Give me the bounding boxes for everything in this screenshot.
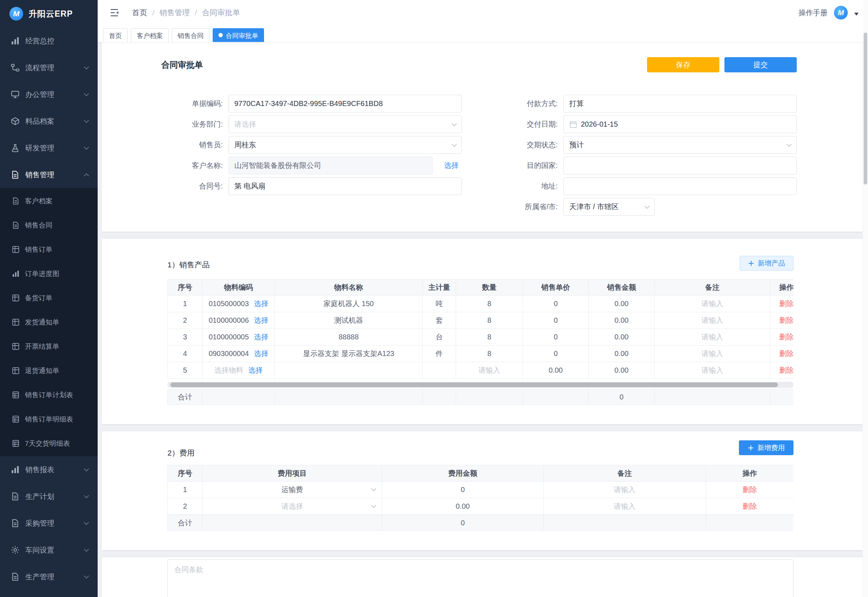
- qty-cell[interactable]: 8: [456, 296, 523, 312]
- horizontal-scrollbar-thumb[interactable]: [170, 382, 778, 387]
- sidebar-menu: 经营总控流程管理办公管理料品档案研发管理销售管理客户档案销售合同销售订单订单进度…: [0, 28, 98, 590]
- products-section-title: 1）销售产品: [167, 260, 210, 270]
- select-material-link[interactable]: 选择: [249, 366, 263, 374]
- manual-link[interactable]: 操作手册: [798, 8, 828, 18]
- avatar[interactable]: M: [834, 6, 848, 19]
- user-menu-caret-icon[interactable]: [854, 13, 859, 16]
- remark-cell[interactable]: 请输入: [655, 346, 770, 362]
- dest-country-input[interactable]: [563, 157, 797, 174]
- select-customer-link[interactable]: 选择: [444, 157, 459, 174]
- sidebar-subitem-sales-order-plan[interactable]: 销售订单计划表: [0, 383, 98, 407]
- remark-cell[interactable]: 请输入: [655, 312, 770, 329]
- form-row: 单据编码: 9770CA17-3497-4DB2-995E-B49E9CF61B…: [102, 95, 862, 113]
- delivery-date-input[interactable]: 2026-01-15: [563, 116, 797, 133]
- fee-amount-cell[interactable]: 0: [382, 481, 544, 498]
- active-tab-dot-icon: [218, 33, 223, 37]
- breadcrumb-item[interactable]: 首页: [132, 7, 147, 18]
- price-cell[interactable]: 0.00: [523, 362, 589, 379]
- price-cell[interactable]: 0: [523, 329, 589, 346]
- price-cell[interactable]: 0: [523, 346, 589, 362]
- payment-input[interactable]: 打算: [563, 95, 797, 113]
- tab-customer-archive[interactable]: 客户档案: [131, 28, 169, 42]
- tab-sales-contract[interactable]: 销售合同: [172, 28, 209, 42]
- fee-item-select-cell[interactable]: 运输费: [203, 481, 382, 498]
- remark-cell[interactable]: 请输入: [655, 329, 770, 346]
- qty-cell[interactable]: 8: [456, 346, 523, 362]
- select-material-link[interactable]: 选择: [254, 333, 268, 341]
- qty-value: 8: [487, 300, 491, 307]
- unit-cell: [423, 362, 456, 379]
- chevron-down-icon: [644, 203, 650, 208]
- page-title: 合同审批单: [161, 59, 203, 71]
- remark-cell[interactable]: 请输入: [655, 296, 770, 312]
- price-cell[interactable]: 0: [523, 296, 589, 312]
- sidebar-subitem-order-progress-chart[interactable]: 订单进度图: [0, 261, 98, 286]
- product-row: 5选择物料选择请输入0.000.00请输入删除: [168, 362, 794, 379]
- add-product-button[interactable]: 新增产品: [740, 256, 794, 271]
- delete-row-link[interactable]: 删除: [779, 349, 794, 358]
- collapse-menu-icon[interactable]: [109, 7, 120, 18]
- price-cell[interactable]: 0: [523, 312, 589, 329]
- grid-icon: [12, 367, 19, 374]
- material-code-cell: 选择物料选择: [203, 362, 275, 379]
- qty-cell[interactable]: 8: [456, 329, 523, 346]
- customer-group: 山河智能装备股份有限公司 选择: [228, 157, 462, 174]
- sidebar-item-production-mgmt[interactable]: 生产管理: [0, 563, 98, 590]
- material-code: 选择物料: [215, 366, 243, 374]
- sidebar-subitem-delivery-notice[interactable]: 发货通知单: [0, 310, 98, 334]
- delete-row-link[interactable]: 删除: [742, 502, 757, 510]
- breadcrumb-item[interactable]: 销售管理: [160, 7, 190, 18]
- tab-contract-approval[interactable]: 合同审批单: [213, 28, 264, 42]
- sidebar-subitem-sales-order[interactable]: 销售订单: [0, 238, 98, 261]
- sidebar-subitem-stock-order[interactable]: 备货订单: [0, 286, 98, 310]
- contract-no-input[interactable]: 第 电风扇: [228, 177, 462, 195]
- sidebar-item-purchase-mgmt[interactable]: 采购管理: [0, 510, 98, 536]
- sidebar-item-material-archive[interactable]: 料品档案: [0, 108, 98, 135]
- sidebar-subitem-customer-archive[interactable]: 客户档案: [0, 189, 98, 213]
- save-button[interactable]: 保存: [647, 57, 719, 72]
- sidebar-subitem-sales-order-detail[interactable]: 销售订单明细表: [0, 407, 98, 431]
- sidebar-item-office-mgmt[interactable]: 办公管理: [0, 81, 98, 108]
- contract-terms-textarea[interactable]: 合同条款: [167, 559, 794, 597]
- doc-code-input[interactable]: 9770CA17-3497-4DB2-995E-B49E9CF61BD8: [228, 95, 462, 113]
- select-material-link[interactable]: 选择: [254, 316, 268, 324]
- delete-row-link[interactable]: 删除: [779, 366, 794, 374]
- address-input[interactable]: [563, 177, 797, 195]
- page-scrollbar-thumb[interactable]: [864, 33, 867, 184]
- select-material-link[interactable]: 选择: [254, 300, 268, 307]
- sidebar-subitem-label: 7天交货明细表: [25, 439, 70, 448]
- sidebar-subitem-sales-contract[interactable]: 销售合同: [0, 213, 98, 238]
- sidebar-item-sales-mgmt[interactable]: 销售管理: [0, 161, 98, 188]
- sidebar-item-sales-report[interactable]: 销售报表: [0, 456, 98, 483]
- delete-row-link[interactable]: 删除: [742, 486, 757, 493]
- tab-home[interactable]: 首页: [103, 28, 128, 42]
- delete-row-link[interactable]: 删除: [779, 300, 794, 307]
- sidebar-item-process-mgmt[interactable]: 流程管理: [0, 54, 98, 81]
- sidebar-item-business-control[interactable]: 经营总控: [0, 28, 98, 54]
- sidebar-subitem-invoice-settlement[interactable]: 开票结算单: [0, 334, 98, 359]
- main-area: 首页/销售管理/合同审批单 操作手册 M 首页客户档案销售合同合同审批单 合同审…: [98, 0, 868, 597]
- sidebar-item-workshop-setting[interactable]: 车间设置: [0, 536, 98, 563]
- qty-cell[interactable]: 8: [456, 312, 523, 329]
- province-select[interactable]: 天津市 / 市辖区: [563, 198, 655, 215]
- delete-row-link[interactable]: 删除: [779, 333, 794, 341]
- fee-amount-cell[interactable]: 0.00: [382, 498, 544, 515]
- fee-item-select-cell[interactable]: 请选择: [203, 498, 382, 515]
- remark-cell[interactable]: 请输入: [544, 498, 706, 515]
- remark-cell[interactable]: 请输入: [655, 362, 770, 379]
- remark-cell[interactable]: 请输入: [544, 481, 706, 498]
- material-name-cell: 测试机器: [275, 312, 423, 329]
- material-name: 88888: [339, 333, 359, 341]
- add-fee-button[interactable]: 新增费用: [739, 440, 794, 455]
- submit-button[interactable]: 提交: [724, 57, 797, 72]
- qty-cell[interactable]: 请输入: [456, 362, 523, 379]
- delivery-status-select[interactable]: 预计: [563, 136, 797, 154]
- select-material-link[interactable]: 选择: [254, 349, 268, 358]
- department-select[interactable]: 请选择: [228, 116, 462, 133]
- sidebar-subitem-delivery-7day-detail[interactable]: 7天交货明细表: [0, 431, 98, 456]
- sidebar-item-rd-mgmt[interactable]: 研发管理: [0, 135, 98, 161]
- salesman-select[interactable]: 周桂东: [228, 136, 462, 154]
- sidebar-item-production-plan[interactable]: 生产计划: [0, 483, 98, 510]
- sidebar-subitem-return-notice[interactable]: 退货通知单: [0, 359, 98, 383]
- delete-row-link[interactable]: 删除: [779, 316, 794, 324]
